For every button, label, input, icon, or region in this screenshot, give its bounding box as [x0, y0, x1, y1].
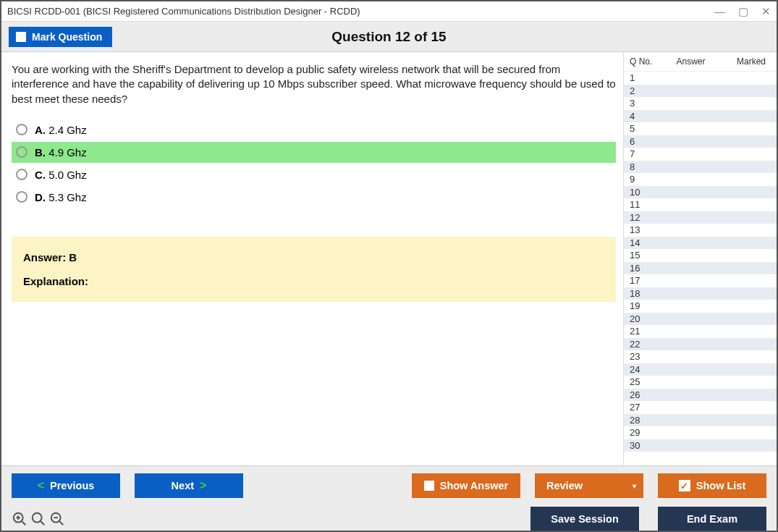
qlist-row[interactable]: 15: [624, 249, 777, 262]
close-icon[interactable]: ✕: [761, 5, 771, 18]
qlist-row[interactable]: 20: [624, 313, 777, 326]
qlist-row[interactable]: 5: [624, 122, 777, 135]
chevron-down-icon: ▾: [633, 482, 636, 490]
save-session-label: Save Session: [551, 513, 619, 525]
main-content: You are working with the Sheriff's Depar…: [1, 52, 623, 465]
qlist-row[interactable]: 12: [624, 211, 777, 224]
qlist-row[interactable]: 16: [624, 262, 777, 275]
option-label: B. 4.9 Ghz: [35, 146, 87, 159]
show-answer-label: Show Answer: [440, 480, 509, 491]
zoom-in-icon[interactable]: [12, 511, 28, 527]
svg-line-5: [41, 521, 45, 525]
end-exam-button[interactable]: End Exam: [658, 507, 766, 531]
question-list[interactable]: 1234567891011121314151617181920212223242…: [624, 72, 777, 465]
end-exam-label: End Exam: [687, 513, 737, 525]
qlist-row[interactable]: 14: [624, 237, 777, 250]
chevron-right-icon: >: [200, 479, 206, 492]
svg-point-4: [33, 513, 42, 523]
answer-box: Answer: B Explanation:: [12, 237, 616, 302]
qlist-row[interactable]: 4: [624, 110, 777, 123]
qlist-row[interactable]: 3: [624, 97, 777, 110]
qlist-row[interactable]: 11: [624, 198, 777, 211]
qlist-row[interactable]: 10: [624, 186, 777, 199]
mark-question-button[interactable]: Mark Question: [9, 27, 112, 47]
qlist-row[interactable]: 26: [624, 389, 777, 402]
radio-icon[interactable]: [16, 191, 28, 203]
minimize-icon[interactable]: —: [714, 5, 725, 18]
chevron-left-icon: <: [38, 479, 44, 492]
qlist-row[interactable]: 2: [624, 85, 777, 98]
question-text: You are working with the Sheriff's Depar…: [12, 62, 616, 106]
option-row[interactable]: A. 2.4 Ghz: [12, 119, 616, 140]
qlist-row[interactable]: 8: [624, 161, 777, 174]
radio-icon[interactable]: [16, 146, 28, 158]
maximize-icon[interactable]: ▢: [738, 5, 748, 18]
qlist-row[interactable]: 29: [624, 426, 777, 439]
question-counter: Question 12 of 15: [331, 29, 446, 45]
option-row[interactable]: D. 5.3 Ghz: [12, 187, 616, 208]
zoom-reset-icon[interactable]: [30, 511, 46, 527]
option-label: D. 5.3 Ghz: [35, 191, 87, 203]
option-row[interactable]: B. 4.9 Ghz: [12, 142, 616, 163]
qlist-row[interactable]: 19: [624, 300, 777, 313]
col-answer: Answer: [653, 56, 729, 67]
radio-icon[interactable]: [16, 124, 28, 135]
header: Mark Question Question 12 of 15: [1, 22, 777, 52]
qlist-row[interactable]: 30: [624, 439, 777, 452]
qlist-row[interactable]: 21: [624, 325, 777, 338]
review-label: Review: [546, 480, 583, 491]
zoom-out-icon[interactable]: [49, 511, 65, 527]
qlist-row[interactable]: 18: [624, 287, 777, 300]
qlist-row[interactable]: 1: [624, 72, 777, 85]
option-label: A. 2.4 Ghz: [35, 124, 87, 136]
next-label: Next: [172, 480, 194, 491]
radio-icon[interactable]: [16, 169, 28, 180]
mark-question-label: Mark Question: [32, 31, 102, 43]
window-controls: — ▢ ✕: [714, 5, 771, 18]
qlist-row[interactable]: 7: [624, 148, 777, 161]
qlist-row[interactable]: 13: [624, 224, 777, 237]
explanation-label: Explanation:: [23, 275, 604, 287]
show-list-button[interactable]: ✓ Show List: [658, 473, 766, 498]
previous-label: Previous: [50, 480, 94, 491]
zoom-controls: [12, 511, 65, 527]
answer-label: Answer: B: [23, 251, 604, 263]
previous-button[interactable]: < Previous: [12, 473, 120, 498]
show-list-label: Show List: [696, 480, 745, 491]
qlist-row[interactable]: 28: [624, 414, 777, 427]
col-qno: Q No.: [627, 56, 653, 67]
qlist-row[interactable]: 24: [624, 363, 777, 376]
qlist-header: Q No. Answer Marked: [624, 52, 777, 72]
footer: < Previous Next > Show Answer Review ▾ ✓…: [1, 465, 777, 531]
option-row[interactable]: C. 5.0 Ghz: [12, 164, 616, 185]
qlist-row[interactable]: 9: [624, 173, 777, 186]
svg-line-7: [59, 521, 64, 525]
window-title: BICSI RCDD-001 (BICSI Registered Communi…: [7, 6, 714, 17]
svg-line-1: [22, 521, 26, 525]
qlist-row[interactable]: 23: [624, 350, 777, 363]
show-answer-button[interactable]: Show Answer: [412, 473, 520, 498]
qlist-row[interactable]: 6: [624, 135, 777, 148]
checkbox-icon: [16, 32, 26, 42]
col-marked: Marked: [729, 56, 774, 67]
titlebar: BICSI RCDD-001 (BICSI Registered Communi…: [1, 1, 777, 22]
qlist-row[interactable]: 27: [624, 401, 777, 414]
next-button[interactable]: Next >: [135, 473, 243, 498]
qlist-row[interactable]: 17: [624, 274, 777, 287]
save-session-button[interactable]: Save Session: [530, 507, 639, 531]
question-list-panel: Q No. Answer Marked 12345678910111213141…: [623, 52, 777, 465]
review-button[interactable]: Review ▾: [535, 473, 643, 498]
option-label: C. 5.0 Ghz: [35, 169, 87, 181]
qlist-row[interactable]: 22: [624, 338, 777, 351]
check-icon: ✓: [679, 480, 690, 491]
checkbox-icon: [424, 481, 434, 491]
qlist-row[interactable]: 25: [624, 376, 777, 389]
